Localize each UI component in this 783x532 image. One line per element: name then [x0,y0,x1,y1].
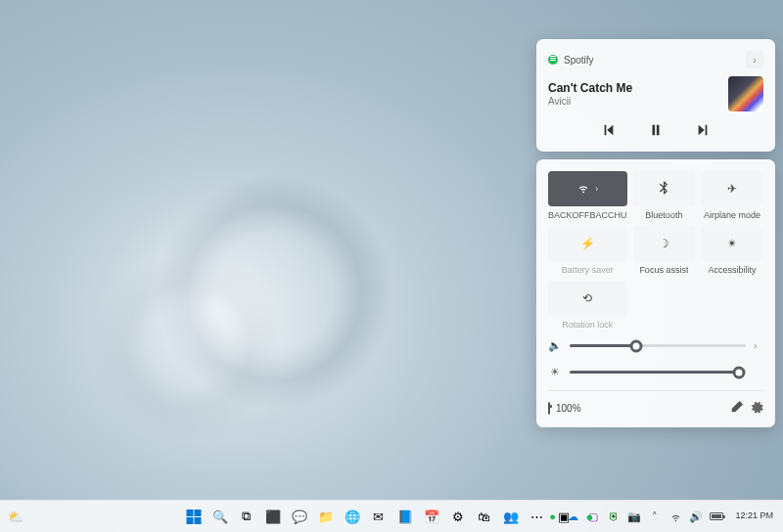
quick-settings-panel: ›BACKOFFBACCHUBluetooth✈Airplane mode⚡Ba… [536,159,775,427]
qs-tile-battery-saver: ⚡Battery saver [548,226,627,275]
taskbar-calendar-button[interactable]: 📅 [420,505,443,528]
media-track-title: Can't Catch Me [548,81,720,95]
accessibility-icon: ✴ [727,237,737,250]
taskbar-mail-button[interactable]: ✉ [367,505,391,528]
taskbar-widgets-button[interactable]: ⬛ [261,505,285,528]
taskbar-settings-button[interactable]: ⚙ [446,505,470,528]
brightness-icon: ☀ [548,366,562,378]
qs-tile-rotation: ⟲Rotation lock [548,281,627,330]
taskbar-chat-button[interactable]: 💬 [288,505,311,528]
rotation-icon: ⟲ [582,291,592,305]
battery-percent: 100% [556,403,581,414]
taskbar-clock[interactable]: 12:21 PM [729,511,779,521]
taskbar-more-button[interactable]: ⋯ [526,505,549,528]
battery-saver-icon: ⚡ [580,237,595,250]
qs-tile-accessibility: ✴Accessibility [701,226,763,275]
qs-button-moon[interactable]: ☽ [633,226,696,261]
qs-label: Accessibility [709,265,757,275]
settings-button[interactable] [750,400,763,416]
flyout-stack: Spotify › Can't Catch Me Avicii ›BACKOFF… [536,39,775,427]
qs-tile-bluetooth: Bluetooth [633,171,696,220]
qs-label: Bluetooth [645,210,682,220]
bluetooth-icon [658,181,669,198]
taskbar-terminal-button[interactable]: ▣ [552,505,576,528]
wifi-icon [576,181,590,198]
qs-tile-moon: ☽Focus assist [633,226,696,275]
taskbar-start-button[interactable] [182,505,206,528]
pause-button[interactable] [649,123,663,140]
qs-button-wifi[interactable]: › [548,171,627,206]
battery-icon [548,403,550,414]
tray-battery-icon[interactable] [709,509,724,524]
media-control-card: Spotify › Can't Catch Me Avicii [536,39,775,152]
taskbar-task-view-button[interactable]: ⧉ [235,505,258,528]
volume-slider[interactable] [570,344,746,347]
qs-button-accessibility[interactable]: ✴ [701,226,763,261]
media-expand-button[interactable]: › [746,51,763,68]
media-track-artist: Avicii [548,96,720,107]
spotify-icon [548,55,558,65]
taskbar: ⛅ 🔍⧉⬛💬📁🌐✉📘📅⚙🛍👥⋯▣● ● ☁ ▢ ⛨ 📷 ˄ 🔊 12:21 PM [0,500,783,532]
brightness-slider[interactable] [570,371,746,374]
taskbar-store-button[interactable]: 🛍 [473,505,496,528]
taskbar-search-button[interactable]: 🔍 [208,505,232,528]
taskbar-explorer-button[interactable]: 📁 [314,505,338,528]
volume-slider-row: 🔈 › [548,339,763,352]
qs-label: Battery saver [562,265,614,275]
moon-icon: ☽ [659,237,669,250]
taskbar-edge-button[interactable]: 🌐 [341,505,364,528]
taskbar-teams-button[interactable]: 👥 [499,505,523,528]
qs-label: Focus assist [639,265,688,275]
qs-label: BACKOFFBACCHU [548,210,627,220]
album-art [728,76,763,111]
brightness-slider-row: ☀ [548,366,763,378]
qs-tile-wifi: ›BACKOFFBACCHU [548,171,627,220]
tray-defender-icon[interactable]: ⛨ [606,509,622,524]
qs-label: Rotation lock [562,320,613,330]
next-button[interactable] [696,123,710,140]
taskbar-spotify-button[interactable]: ● [578,505,602,528]
qs-tile-airplane: ✈Airplane mode [701,171,763,220]
media-app-name: Spotify [564,55,594,66]
qs-label: Airplane mode [704,210,760,220]
chevron-right-icon: › [595,184,598,194]
qs-button-bluetooth[interactable] [633,171,696,206]
qs-button-battery-saver[interactable]: ⚡ [548,226,627,261]
tray-chevron-icon[interactable]: ˄ [647,509,663,524]
qs-button-rotation[interactable]: ⟲ [548,281,627,316]
weather-widget[interactable]: ⛅ [4,505,27,528]
airplane-icon: ✈ [727,182,737,196]
volume-expand-button[interactable]: › [754,340,763,351]
previous-button[interactable] [602,123,616,140]
taskbar-word-button[interactable]: 📘 [393,505,417,528]
speaker-icon: 🔈 [548,339,562,352]
tray-wifi-icon[interactable] [668,509,683,524]
qs-button-airplane[interactable]: ✈ [701,171,763,206]
tray-meet-now-icon[interactable]: 📷 [626,509,642,524]
tray-volume-icon[interactable]: 🔊 [688,509,704,524]
edit-quick-settings-button[interactable] [730,400,744,416]
